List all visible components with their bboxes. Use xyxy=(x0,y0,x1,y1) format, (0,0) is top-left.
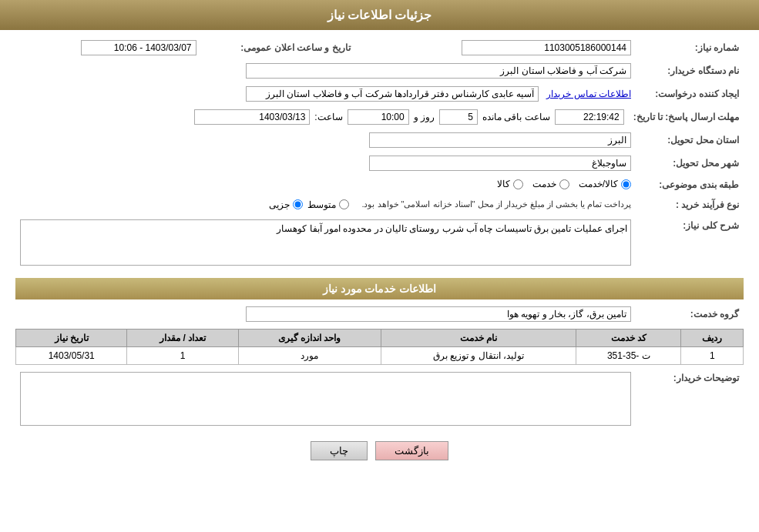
process-motavaset-radio[interactable] xyxy=(339,199,349,209)
col-date: تاریخ نیاز xyxy=(16,329,127,346)
creator-input[interactable] xyxy=(246,86,539,102)
deadline-time-label: ساعت: xyxy=(314,112,342,122)
deadline-date-input[interactable] xyxy=(194,109,310,125)
process-jozi-label: جزیی xyxy=(269,199,290,210)
process-jozi-radio[interactable] xyxy=(293,199,303,209)
services-section-title: اطلاعات خدمات مورد نیاز xyxy=(15,278,744,299)
button-bar: بازگشت چاپ xyxy=(15,441,744,460)
public-announce-input[interactable] xyxy=(81,40,196,55)
buyer-notes-label: توضیحات خریدار: xyxy=(636,370,744,430)
city-label: شهر محل تحویل: xyxy=(636,153,744,173)
category-khadamat-radio[interactable] xyxy=(559,179,569,189)
print-button[interactable]: چاپ xyxy=(311,441,368,460)
category-kala-khadamat-label: کالا/خدمت xyxy=(579,179,618,189)
deadline-days-input[interactable] xyxy=(439,109,478,125)
deadline-day-label: روز و xyxy=(414,112,435,122)
category-kala-radio[interactable] xyxy=(513,179,523,189)
col-unit: واحد اندازه گیری xyxy=(238,329,381,346)
category-kala-khadamat-radio[interactable] xyxy=(621,179,631,189)
need-number-input[interactable] xyxy=(462,40,631,55)
col-service-code: کد خدمت xyxy=(576,329,681,346)
need-desc-label: شرح کلی نیاز: xyxy=(636,217,744,270)
process-note: پرداخت تمام یا بخشی از مبلغ خریدار از مح… xyxy=(361,199,631,209)
process-type-label: نوع فرآیند خرید : xyxy=(636,197,744,212)
deadline-label: مهلت ارسال پاسخ: تا تاریخ: xyxy=(629,107,744,127)
deadline-countdown-label: ساعت باقی مانده xyxy=(482,112,550,122)
col-service-name: نام خدمت xyxy=(381,329,576,346)
buyer-station-input[interactable] xyxy=(246,63,631,79)
col-quantity: تعداد / مقدار xyxy=(127,329,238,346)
province-input[interactable] xyxy=(369,132,631,148)
need-number-label: شماره نیاز: xyxy=(636,38,744,58)
header-title: جزئیات اطلاعات نیاز xyxy=(327,8,432,22)
city-input[interactable] xyxy=(369,156,631,171)
services-table: ردیف کد خدمت نام خدمت واحد اندازه گیری ت… xyxy=(15,329,744,365)
deadline-time-input[interactable] xyxy=(348,109,409,125)
category-khadamat-label: خدمت xyxy=(532,179,556,189)
col-row-num: ردیف xyxy=(681,329,744,346)
back-button[interactable]: بازگشت xyxy=(375,441,448,460)
province-label: استان محل تحویل: xyxy=(636,130,744,150)
process-motavaset-label: متوسط xyxy=(307,199,336,210)
page-header: جزئیات اطلاعات نیاز xyxy=(0,0,759,30)
creator-label: ایجاد کننده درخواست: xyxy=(636,84,744,104)
category-kala-label: کالا xyxy=(497,179,510,189)
buyer-notes-textarea[interactable] xyxy=(20,372,631,426)
need-desc-textarea[interactable] xyxy=(20,219,631,266)
contact-link[interactable]: اطلاعات تماس خریدار xyxy=(546,89,631,99)
deadline-countdown-input[interactable] xyxy=(555,109,624,125)
category-label: طبقه بندی موضوعی: xyxy=(636,176,744,194)
service-group-input[interactable] xyxy=(246,306,631,322)
buyer-station-label: نام دستگاه خریدار: xyxy=(636,61,744,81)
table-row: 1ت -35-351تولید، انتقال و توزیع برقمورد1… xyxy=(16,346,744,364)
service-group-label: گروه خدمت: xyxy=(636,304,744,324)
public-announce-label: تاریخ و ساعت اعلان عمومی: xyxy=(201,38,355,58)
